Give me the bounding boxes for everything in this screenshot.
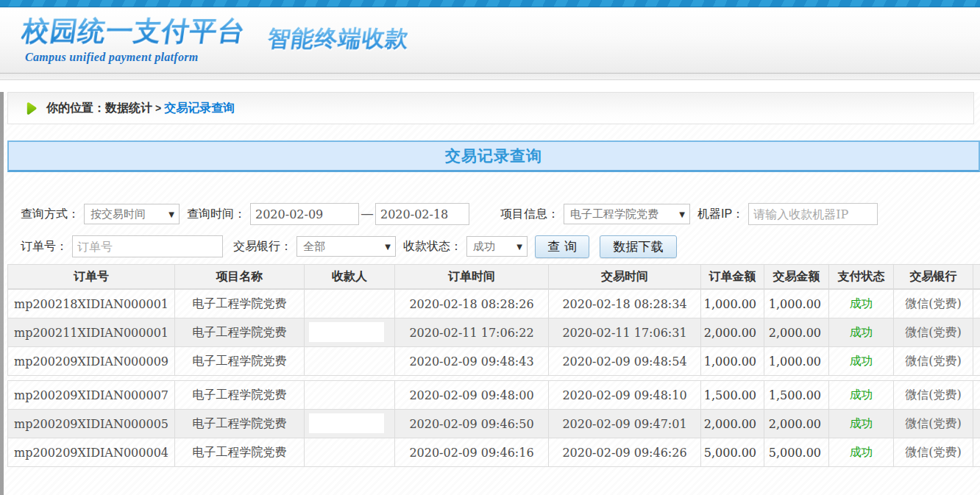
order-no-input[interactable] <box>72 235 223 257</box>
cell-clipped <box>973 318 980 347</box>
cell-payee <box>305 381 395 410</box>
trade-bank-select[interactable]: 全部 ▼ <box>297 236 396 257</box>
cell-order-time: 2020-02-18 08:28:26 <box>395 290 549 318</box>
records-table-header: 订单号项目名称收款人订单时间交易时间订单金额交易金额支付状态交易银行 <box>7 264 980 289</box>
search-button[interactable]: 查 询 <box>535 235 589 258</box>
cell-payee <box>305 438 395 467</box>
top-stripe-bar <box>0 0 980 7</box>
machine-ip-label: 机器IP： <box>697 207 744 222</box>
cell-clipped <box>973 438 980 467</box>
table-row: mp200209XIDIAN000005电子工程学院党费2020-02-09 0… <box>8 410 980 438</box>
table-row: mp200209XIDIAN000007电子工程学院党费2020-02-09 0… <box>8 381 980 410</box>
cell-trade-amount: 1,000.00 <box>764 290 829 318</box>
cell-order-no: mp200209XIDIAN000005 <box>8 410 175 438</box>
column-header: 订单号 <box>8 265 175 289</box>
query-mode-value: 按交易时间 <box>90 207 146 221</box>
cell-trade-time: 2020-02-09 09:48:54 <box>549 347 701 376</box>
cell-order-amount: 5,000.00 <box>701 438 764 467</box>
logo-terminal-slogan: 智能终端收款 <box>266 24 411 54</box>
column-header: 订单金额 <box>701 265 764 289</box>
breadcrumb-current-link[interactable]: 交易记录查询 <box>164 101 235 116</box>
query-filter-panel: 查询方式： 按交易时间 ▼ 查询时间： — 项目信息： 电子工程学院党费 ▼ 机… <box>7 195 980 263</box>
cell-trade-bank: 微信(党费) <box>894 381 973 410</box>
cell-trade-bank: 微信(党费) <box>894 410 973 438</box>
records-table: 订单号项目名称收款人订单时间交易时间订单金额交易金额支付状态交易银行 mp200… <box>7 264 980 467</box>
logo-english-subtitle: Campus unified payment platform <box>25 51 246 64</box>
cell-trade-amount: 2,000.00 <box>764 410 829 438</box>
cell-order-amount: 1,000.00 <box>701 290 764 318</box>
query-time-label: 查询时间： <box>187 207 246 222</box>
cell-pay-status: 成功 <box>829 381 894 410</box>
cell-pay-status: 成功 <box>829 318 894 347</box>
logo: 校园统一支付平台 Campus unified payment platform <box>22 13 246 64</box>
table-header-row: 订单号项目名称收款人订单时间交易时间订单金额交易金额支付状态交易银行 <box>8 265 980 289</box>
dropdown-arrow-icon: ▼ <box>168 210 174 218</box>
receive-status-select[interactable]: 成功 ▼ <box>466 236 528 257</box>
cell-order-time: 2020-02-09 09:46:50 <box>395 410 549 438</box>
dropdown-arrow-icon: ▼ <box>679 210 685 218</box>
cell-order-time: 2020-02-09 09:48:00 <box>395 381 549 410</box>
cell-trade-bank: 微信(党费) <box>894 438 973 467</box>
query-mode-select[interactable]: 按交易时间 ▼ <box>84 204 180 224</box>
cell-order-amount: 2,000.00 <box>701 318 764 347</box>
date-to-input[interactable] <box>375 203 469 225</box>
cell-trade-time: 2020-02-18 08:28:34 <box>549 290 701 318</box>
cell-project-name: 电子工程学院党费 <box>175 290 305 318</box>
green-arrow-icon <box>26 102 38 115</box>
table-row: mp200218XIDIAN000001电子工程学院党费2020-02-18 0… <box>8 290 980 318</box>
cell-clipped <box>973 290 980 318</box>
cell-order-no: mp200209XIDIAN000004 <box>8 438 175 467</box>
column-header: 交易银行 <box>894 265 973 289</box>
cell-pay-status: 成功 <box>829 347 894 376</box>
dropdown-arrow-icon: ▼ <box>516 243 522 251</box>
cell-order-time: 2020-02-09 09:46:16 <box>395 438 549 467</box>
cell-pay-status: 成功 <box>829 410 894 438</box>
breadcrumb-section: 数据统计 <box>105 101 152 116</box>
cell-order-time: 2020-02-11 17:06:22 <box>395 318 549 347</box>
cell-trade-amount: 2,000.00 <box>764 318 829 347</box>
order-no-label: 订单号： <box>21 239 68 254</box>
cell-project-name: 电子工程学院党费 <box>175 438 305 467</box>
cell-trade-bank: 微信(党费) <box>894 290 973 318</box>
data-download-button[interactable]: 数据下载 <box>600 235 677 258</box>
date-from-input[interactable] <box>250 203 359 225</box>
cell-order-no: mp200218XIDIAN000001 <box>8 290 175 318</box>
cell-trade-bank: 微信(党费) <box>894 347 973 376</box>
receive-status-label: 收款状态： <box>403 239 462 254</box>
breadcrumb: 你的位置： 数据统计 > 交易记录查询 <box>7 92 974 124</box>
machine-ip-input[interactable] <box>748 203 878 225</box>
page-left-edge-bar <box>0 92 4 495</box>
column-header: 订单时间 <box>395 265 549 289</box>
header-separator <box>0 74 980 80</box>
cell-order-time: 2020-02-09 09:48:43 <box>395 347 549 376</box>
cell-order-no: mp200211XIDIAN000001 <box>8 318 175 347</box>
records-table-section: mp200209XIDIAN000007电子工程学院党费2020-02-09 0… <box>7 380 980 467</box>
logo-chinese-title: 校园统一支付平台 <box>19 13 248 50</box>
cell-order-amount: 2,000.00 <box>701 410 764 438</box>
cell-clipped <box>973 410 980 438</box>
project-select[interactable]: 电子工程学院党费 ▼ <box>564 204 690 224</box>
records-table-section: mp200218XIDIAN000001电子工程学院党费2020-02-18 0… <box>7 289 980 376</box>
cell-order-amount: 1,500.00 <box>701 381 764 410</box>
cell-trade-bank: 微信(党费) <box>894 318 973 347</box>
cell-clipped <box>973 347 980 376</box>
breadcrumb-prefix: 你的位置： <box>46 101 105 116</box>
table-row: mp200211XIDIAN000001电子工程学院党费2020-02-11 1… <box>8 318 980 347</box>
page-title: 交易记录查询 <box>445 146 542 166</box>
column-header: 交易时间 <box>549 265 701 289</box>
cell-trade-amount: 5,000.00 <box>764 438 829 467</box>
cell-order-no: mp200209XIDIAN000009 <box>8 347 175 376</box>
project-info-label: 项目信息： <box>500 207 559 222</box>
cell-project-name: 电子工程学院党费 <box>175 381 305 410</box>
cell-trade-time: 2020-02-11 17:06:31 <box>549 318 701 347</box>
cell-trade-time: 2020-02-09 09:47:01 <box>549 410 701 438</box>
receive-status-value: 成功 <box>473 240 495 254</box>
trade-bank-label: 交易银行： <box>233 239 292 254</box>
cell-payee <box>305 347 395 376</box>
column-header: 项目名称 <box>175 265 305 289</box>
app-header: 校园统一支付平台 Campus unified payment platform… <box>0 7 980 74</box>
column-header-clipped <box>973 265 980 289</box>
cell-payee <box>305 318 395 347</box>
breadcrumb-separator: > <box>155 102 161 114</box>
cell-payee <box>305 290 395 318</box>
